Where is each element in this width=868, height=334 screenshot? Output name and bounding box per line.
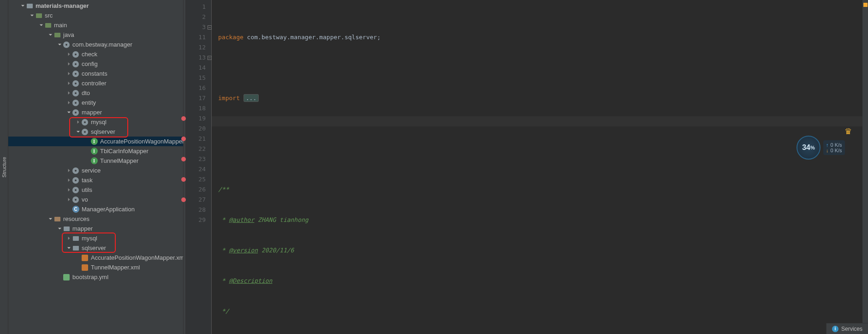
- line-number[interactable]: 11: [186, 32, 206, 42]
- tree-item-controller[interactable]: controller: [8, 78, 183, 88]
- tree-item-service[interactable]: service: [8, 166, 183, 175]
- tree-item-vo[interactable]: vo: [8, 195, 183, 204]
- tree-item-label: mapper: [82, 109, 102, 116]
- line-number[interactable]: 18: [186, 103, 206, 113]
- project-tree[interactable]: materials-managersrcmainjavacom.bestway.…: [8, 0, 184, 334]
- tree-item-accuratepositionwagonmapper[interactable]: IAccuratePositionWagonMapper: [8, 137, 183, 146]
- tree-item-accuratepositionwagonmapper-xml[interactable]: AccuratePositionWagonMapper.xml: [8, 253, 183, 262]
- tree-item-tunnelmapper[interactable]: ITunnelMapper: [8, 156, 183, 166]
- line-number[interactable]: 22: [186, 144, 206, 154]
- tree-item-dto[interactable]: dto: [8, 88, 183, 98]
- tree-item-src[interactable]: src: [8, 11, 183, 20]
- line-number[interactable]: 26: [186, 185, 206, 195]
- line-number[interactable]: 2: [186, 12, 206, 22]
- tree-item-config[interactable]: config: [8, 59, 183, 69]
- tree-item-mysql[interactable]: mysql: [8, 117, 183, 127]
- folder-icon: [63, 225, 70, 233]
- tree-item-main[interactable]: main: [8, 20, 183, 30]
- expand-arrow-icon[interactable]: [29, 12, 35, 19]
- fold-toggle-icon[interactable]: [208, 56, 212, 60]
- breakpoint-icon[interactable]: [181, 157, 186, 161]
- expand-arrow-icon[interactable]: [65, 177, 72, 184]
- services-tool-tab[interactable]: i Services: [826, 323, 868, 334]
- line-number[interactable]: 21: [186, 134, 206, 144]
- breakpoint-icon[interactable]: [181, 197, 186, 202]
- breakpoint-icon[interactable]: [181, 116, 186, 121]
- structure-tab[interactable]: Structure: [0, 0, 8, 334]
- expand-arrow-icon[interactable]: [65, 90, 72, 96]
- line-number[interactable]: 24: [186, 164, 206, 174]
- expand-arrow-icon[interactable]: [47, 216, 54, 222]
- expand-arrow-icon[interactable]: [56, 226, 63, 232]
- tree-item-label: AccuratePositionWagonMapper: [100, 138, 184, 145]
- expand-arrow-icon[interactable]: [65, 71, 72, 77]
- tree-item-mysql[interactable]: mysql: [8, 233, 183, 243]
- breakpoint-icon[interactable]: [181, 177, 186, 182]
- tree-item-constants[interactable]: constants: [8, 69, 183, 78]
- network-widget[interactable]: ♛ 34% ↑0 K/s ↓0 K/s: [797, 134, 856, 161]
- tree-item-mapper[interactable]: mapper: [8, 107, 183, 117]
- expand-arrow-icon[interactable]: [65, 100, 72, 106]
- folder-icon: [26, 2, 33, 10]
- gutter[interactable]: 1231112131415161718192021222324252627282…: [186, 0, 212, 334]
- line-number[interactable]: 15: [186, 73, 206, 83]
- expand-arrow-icon[interactable]: [65, 235, 72, 242]
- tree-item-label: sqlserver: [82, 245, 106, 251]
- vip-crown-icon: ♛: [844, 126, 852, 137]
- expand-arrow-icon[interactable]: [65, 245, 72, 251]
- line-number[interactable]: 1: [186, 2, 206, 12]
- tree-item-resources[interactable]: resources: [8, 214, 183, 224]
- expand-arrow-icon[interactable]: [47, 32, 54, 38]
- line-number[interactable]: 17: [186, 93, 206, 103]
- breakpoint-icon[interactable]: [181, 137, 186, 141]
- expand-arrow-icon[interactable]: [65, 197, 72, 203]
- tree-item-materials-manager[interactable]: materials-manager: [8, 1, 183, 11]
- line-number[interactable]: 3: [186, 22, 206, 32]
- tree-item-utils[interactable]: utils: [8, 185, 183, 195]
- line-number[interactable]: 27: [186, 195, 206, 205]
- tree-item-check[interactable]: check: [8, 49, 183, 59]
- expand-arrow-icon[interactable]: [65, 51, 72, 58]
- tree-item-managerapplication[interactable]: CManagerApplication: [8, 204, 183, 214]
- fold-import[interactable]: ...: [244, 94, 259, 102]
- line-number[interactable]: 14: [186, 63, 206, 73]
- expand-arrow-icon[interactable]: [75, 119, 81, 125]
- tree-item-java[interactable]: java: [8, 30, 183, 40]
- expand-arrow-icon[interactable]: [19, 3, 26, 9]
- tree-item-label: entity: [82, 99, 96, 106]
- tree-item-sqlserver[interactable]: sqlserver: [8, 127, 183, 137]
- tree-item-sqlserver[interactable]: sqlserver: [8, 243, 183, 253]
- code-area[interactable]: package com.bestway.manager.mapper.sqlse…: [212, 0, 862, 334]
- error-stripe[interactable]: [862, 0, 868, 334]
- tree-item-entity[interactable]: entity: [8, 98, 183, 107]
- tree-item-bootstrap-yml[interactable]: bootstrap.yml: [8, 272, 183, 282]
- line-number[interactable]: 23: [186, 154, 206, 164]
- tree-item-task[interactable]: task: [8, 175, 183, 185]
- line-number[interactable]: 12: [186, 42, 206, 53]
- no-arrow: [84, 138, 90, 145]
- expand-arrow-icon[interactable]: [38, 22, 44, 29]
- line-number[interactable]: 13: [186, 53, 206, 63]
- tree-item-tblcarinfomapper[interactable]: ITblCarInfoMapper: [8, 146, 183, 156]
- tree-item-com-bestway-manager[interactable]: com.bestway.manager: [8, 40, 183, 49]
- no-arrow: [56, 274, 63, 280]
- expand-arrow-icon[interactable]: [65, 167, 72, 174]
- tree-item-label: vo: [82, 196, 88, 203]
- line-number[interactable]: 25: [186, 174, 206, 185]
- line-number[interactable]: 19: [186, 113, 206, 124]
- expand-arrow-icon[interactable]: [65, 80, 72, 87]
- line-number[interactable]: 29: [186, 215, 206, 225]
- expand-arrow-icon[interactable]: [65, 187, 72, 193]
- expand-arrow-icon[interactable]: [75, 129, 81, 135]
- tree-item-tunnelmapper-xml[interactable]: TunnelMapper.xml: [8, 262, 183, 272]
- line-number[interactable]: 16: [186, 83, 206, 93]
- expand-arrow-icon[interactable]: [56, 42, 63, 48]
- editor[interactable]: 1231112131415161718192021222324252627282…: [186, 0, 868, 334]
- line-number[interactable]: 28: [186, 205, 206, 215]
- warning-marker[interactable]: [863, 3, 868, 7]
- expand-arrow-icon[interactable]: [65, 109, 72, 116]
- expand-arrow-icon[interactable]: [65, 61, 72, 67]
- line-number[interactable]: 20: [186, 124, 206, 134]
- fold-toggle-icon[interactable]: [208, 25, 212, 30]
- tree-item-mapper[interactable]: mapper: [8, 224, 183, 233]
